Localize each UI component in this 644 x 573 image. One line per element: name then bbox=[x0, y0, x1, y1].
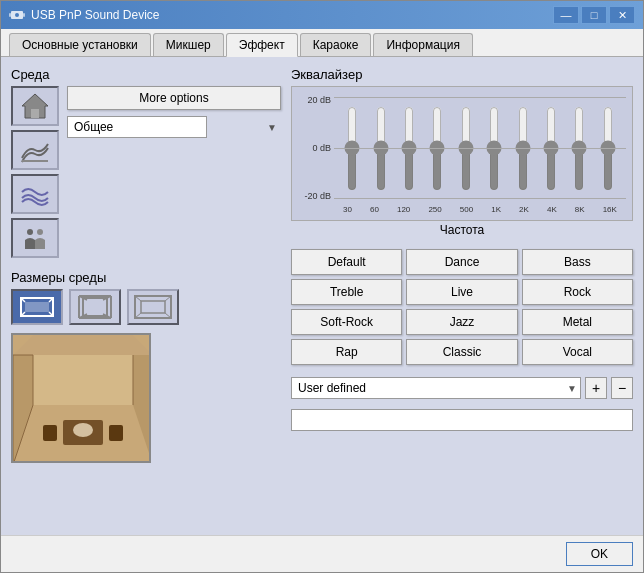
preset-treble-button[interactable]: Treble bbox=[291, 279, 402, 305]
environment-right: More options Общее Комната Зал Улица ▼ bbox=[67, 86, 281, 138]
maximize-button[interactable]: □ bbox=[581, 6, 607, 24]
room-size-medium-button[interactable] bbox=[69, 289, 121, 325]
tab-mixer[interactable]: Микшер bbox=[153, 33, 224, 56]
equalizer-section: Эквалайзер 20 dB 0 dB -20 dB bbox=[291, 67, 633, 237]
preset-vocal-button[interactable]: Vocal bbox=[522, 339, 633, 365]
environment-icon-list bbox=[11, 86, 59, 258]
room-medium-icon bbox=[75, 294, 115, 320]
environment-controls: More options Общее Комната Зал Улица ▼ bbox=[11, 86, 281, 258]
title-bar-left: USB PnP Sound Device bbox=[9, 7, 160, 23]
preset-bass-button[interactable]: Bass bbox=[522, 249, 633, 275]
env-icon-house[interactable] bbox=[11, 86, 59, 126]
svg-rect-5 bbox=[31, 109, 39, 118]
room-diagram bbox=[11, 333, 151, 463]
freq-label-30: 30 bbox=[343, 205, 352, 214]
room-diagram-svg bbox=[13, 335, 151, 463]
room-size-large-button[interactable] bbox=[127, 289, 179, 325]
svg-rect-46 bbox=[109, 425, 123, 441]
window-title: USB PnP Sound Device bbox=[31, 8, 160, 22]
water-icon bbox=[20, 180, 50, 208]
user-defined-delete-button[interactable]: − bbox=[611, 377, 633, 399]
tab-effect[interactable]: Эффект bbox=[226, 33, 298, 57]
user-defined-select[interactable]: User defined bbox=[291, 377, 581, 399]
ok-button[interactable]: OK bbox=[566, 542, 633, 566]
title-bar-controls: — □ ✕ bbox=[553, 6, 635, 24]
svg-rect-10 bbox=[25, 302, 49, 312]
eq-label-bot: -20 dB bbox=[298, 191, 334, 201]
room-size-section: Размеры среды bbox=[11, 270, 281, 463]
equalizer-title: Эквалайзер bbox=[291, 67, 633, 82]
user-defined-row: User defined ▼ + − bbox=[291, 377, 633, 399]
freq-label-2k: 2K bbox=[519, 205, 529, 214]
right-panel: Эквалайзер 20 dB 0 dB -20 dB bbox=[291, 67, 633, 525]
app-icon bbox=[9, 7, 25, 23]
minimize-button[interactable]: — bbox=[553, 6, 579, 24]
preset-dance-button[interactable]: Dance bbox=[406, 249, 517, 275]
tab-bar: Основные установки Микшер Эффект Караоке… bbox=[1, 29, 643, 57]
room-size-buttons bbox=[11, 289, 281, 325]
environment-title: Среда bbox=[11, 67, 281, 82]
user-defined-select-container: User defined ▼ bbox=[291, 377, 581, 399]
freq-label-500: 500 bbox=[460, 205, 473, 214]
bottom-bar: OK bbox=[1, 535, 643, 572]
freq-label-16k: 16K bbox=[603, 205, 617, 214]
env-icon-opera[interactable] bbox=[11, 130, 59, 170]
freq-label-1k: 1K bbox=[491, 205, 501, 214]
svg-marker-37 bbox=[33, 355, 133, 405]
svg-rect-3 bbox=[23, 13, 25, 17]
room-size-small-button[interactable] bbox=[11, 289, 63, 325]
freq-label-120: 120 bbox=[397, 205, 410, 214]
opera-icon bbox=[20, 136, 50, 164]
freq-label-4k: 4K bbox=[547, 205, 557, 214]
eq-label-top: 20 dB bbox=[298, 95, 334, 105]
room-large-icon bbox=[133, 294, 173, 320]
eq-label-mid: 0 dB bbox=[298, 143, 334, 153]
svg-rect-45 bbox=[43, 425, 57, 441]
title-bar: USB PnP Sound Device — □ ✕ bbox=[1, 1, 643, 29]
preset-rock-button[interactable]: Rock bbox=[522, 279, 633, 305]
main-window: USB PnP Sound Device — □ ✕ Основные уста… bbox=[0, 0, 644, 573]
preset-default-button[interactable]: Default bbox=[291, 249, 402, 275]
people-icon bbox=[20, 224, 50, 252]
tab-basic-settings[interactable]: Основные установки bbox=[9, 33, 151, 56]
svg-point-7 bbox=[27, 229, 33, 235]
preset-softrock-button[interactable]: Soft-Rock bbox=[291, 309, 402, 335]
more-options-button[interactable]: More options bbox=[67, 86, 281, 110]
user-defined-name-input[interactable] bbox=[291, 409, 633, 431]
environment-select[interactable]: Общее Комната Зал Улица bbox=[67, 116, 207, 138]
house-icon bbox=[20, 92, 50, 120]
svg-point-1 bbox=[15, 13, 19, 17]
freq-label-60: 60 bbox=[370, 205, 379, 214]
svg-point-47 bbox=[73, 423, 93, 437]
svg-rect-2 bbox=[9, 13, 11, 17]
user-defined-add-button[interactable]: + bbox=[585, 377, 607, 399]
svg-marker-40 bbox=[13, 335, 151, 355]
env-icon-water[interactable] bbox=[11, 174, 59, 214]
tab-info[interactable]: Информация bbox=[373, 33, 472, 56]
svg-point-8 bbox=[37, 229, 43, 235]
environment-select-container: Общее Комната Зал Улица ▼ bbox=[67, 116, 281, 138]
preset-grid: Default Dance Bass Treble Live Rock Soft… bbox=[291, 249, 633, 365]
tab-karaoke[interactable]: Караоке bbox=[300, 33, 372, 56]
preset-live-button[interactable]: Live bbox=[406, 279, 517, 305]
room-small-icon bbox=[17, 294, 57, 320]
close-button[interactable]: ✕ bbox=[609, 6, 635, 24]
svg-rect-6 bbox=[22, 160, 48, 162]
content-area: Среда bbox=[1, 57, 643, 535]
preset-rap-button[interactable]: Rap bbox=[291, 339, 402, 365]
env-select-arrow-icon: ▼ bbox=[267, 122, 277, 133]
left-panel: Среда bbox=[11, 67, 281, 525]
environment-section: Среда bbox=[11, 67, 281, 258]
preset-classic-button[interactable]: Classic bbox=[406, 339, 517, 365]
freq-label-250: 250 bbox=[428, 205, 441, 214]
env-icon-people[interactable] bbox=[11, 218, 59, 258]
room-size-title: Размеры среды bbox=[11, 270, 281, 285]
preset-metal-button[interactable]: Metal bbox=[522, 309, 633, 335]
preset-jazz-button[interactable]: Jazz bbox=[406, 309, 517, 335]
freq-label-8k: 8K bbox=[575, 205, 585, 214]
frequency-title: Частота bbox=[291, 223, 633, 237]
